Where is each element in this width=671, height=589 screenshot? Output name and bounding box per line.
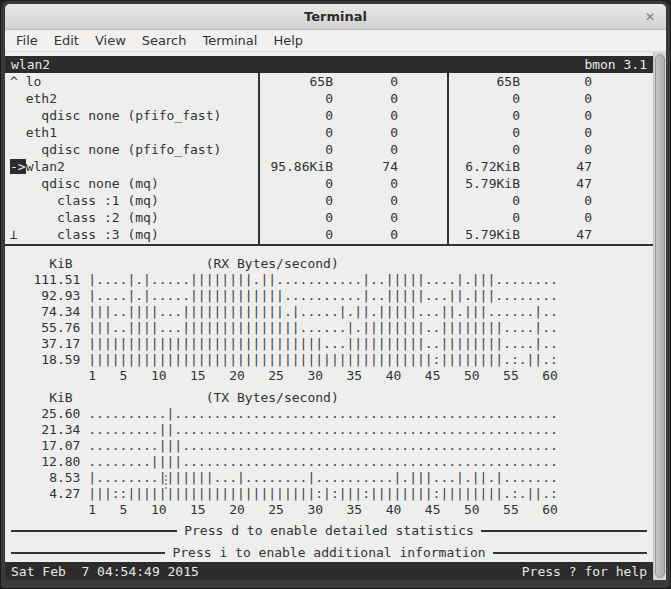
rx-packets-cell: 0	[333, 107, 398, 124]
close-icon[interactable]: ✕	[645, 9, 655, 25]
graph-bars: |....|.|.....||||||||||||..........|..||…	[88, 288, 558, 304]
interface-row: class :1 (mq) 0 0 0 0	[5, 192, 653, 209]
menu-item[interactable]: File	[8, 30, 46, 51]
interface-name: eth1	[10, 124, 253, 141]
graph-y-label: 25.60	[10, 406, 80, 422]
hint-additional-information: Press i to enable additional information	[5, 544, 653, 562]
graph-row: 92.93 |....|.|.....||||||||||||.........…	[5, 288, 653, 304]
tx-rate-cell: 0	[398, 141, 520, 158]
tx-rate-cell: 0	[398, 90, 520, 107]
scrollbar[interactable]	[653, 52, 666, 580]
rx-rate-cell: 0	[253, 192, 333, 209]
graph-y-label: 111.51	[10, 272, 80, 288]
tx-packets-cell: 47	[520, 226, 592, 243]
interface-name: ^ lo	[10, 73, 253, 90]
rx-graph-header: KiB (RX Bytes/second)	[5, 256, 653, 272]
menu-item[interactable]: View	[87, 30, 134, 51]
graph-bars: .........|||............................…	[88, 438, 558, 454]
graph-bars: ||||||||||||||||||||||||||||||||||||||||…	[88, 352, 558, 368]
rx-packets-cell: 0	[333, 226, 398, 243]
menu-bar: File Edit View Search Terminal Help	[5, 30, 666, 52]
interface-row: eth2 0 0 0 0	[5, 90, 653, 107]
graph-y-label: 8.53	[10, 470, 80, 486]
mouse-ibeam-cursor	[165, 475, 167, 489]
graph-y-label: 21.34	[10, 422, 80, 438]
interface-name: eth2	[10, 90, 253, 107]
graph-row: 12.80 ........||||......................…	[5, 454, 653, 470]
menu-item[interactable]: Search	[134, 30, 195, 51]
tx-packets-cell: 0	[520, 192, 592, 209]
interface-row: qdisc none (pfifo_fast) 0 0 0 0	[5, 107, 653, 124]
tx-rate-cell: 65B	[398, 73, 520, 90]
tx-packets-cell: 0	[520, 124, 592, 141]
rx-rate-cell: 65B	[253, 73, 333, 90]
rule-left	[11, 530, 177, 532]
rx-packets-cell: 0	[333, 73, 398, 90]
tx-packets-cell: 47	[520, 158, 592, 175]
tx-rate-cell: 6.72KiB	[398, 158, 520, 175]
rx-rate-cell: 0	[253, 175, 333, 192]
rx-rate-cell: 0	[253, 141, 333, 158]
interface-row: class :2 (mq) 0 0 0 0	[5, 209, 653, 226]
terminal-window: Terminal ✕ File Edit View Search Termina…	[1, 1, 670, 588]
rx-graph: 111.51 |....|.|.....||||||||.||.........…	[5, 272, 653, 368]
interface-table: ^ lo 65B 0 65B 0 eth2 0 0 0 0 qdisc none…	[5, 73, 653, 243]
rx-packets-cell: 0	[333, 90, 398, 107]
interface-name: ⊥ class :3 (mq)	[10, 226, 253, 243]
status-help-hint: Press ? for help	[522, 562, 647, 580]
bmon-selected-interface: wlan2	[11, 56, 50, 73]
window-body: Terminal ✕ File Edit View Search Termina…	[5, 4, 666, 580]
graph-bars: ........||||............................…	[88, 454, 558, 470]
graph-row: 4.27 |||::||||||||||||||||||||||||:|:|||…	[5, 486, 653, 502]
interface-row: ⊥ class :3 (mq) 0 0 5.79KiB 47	[5, 226, 653, 243]
rx-rate-cell: 0	[253, 90, 333, 107]
graph-bars: ..........|.............................…	[88, 406, 558, 422]
tx-packets-cell: 0	[520, 73, 592, 90]
rx-rate-cell: 0	[253, 226, 333, 243]
rx-packets-cell: 0	[333, 141, 398, 158]
graph-y-label: 92.93	[10, 288, 80, 304]
hint-detailed-statistics: Press d to enable detailed statistics	[5, 522, 653, 540]
tx-rate-cell: 5.79KiB	[398, 226, 520, 243]
graph-y-label: 18.59	[10, 352, 80, 368]
graph-bars: |||..||||...|||||||||||||.|.....|.||.|||…	[88, 304, 558, 320]
graph-bars: |........|||||||...|........|..........|…	[88, 470, 558, 486]
tx-packets-cell: 0	[520, 107, 592, 124]
menu-item[interactable]: Edit	[46, 30, 87, 51]
graph-bars: .........||.............................…	[88, 422, 558, 438]
window-titlebar[interactable]: Terminal ✕	[5, 4, 666, 30]
spacer	[5, 246, 653, 256]
interface-name: qdisc none (pfifo_fast)	[10, 141, 253, 158]
menu-item[interactable]: Help	[265, 30, 311, 51]
graph-bars: |....|.|.....||||||||.||...........|..||…	[88, 272, 558, 288]
graph-y-label: 17.07	[10, 438, 80, 454]
terminal-screen[interactable]: wlan2 bmon 3.1 ^ lo 65B 0 65B 0 eth2 0 0…	[5, 52, 653, 580]
tx-packets-cell: 0	[520, 141, 592, 158]
hint-text: Press i to enable additional information	[165, 544, 492, 562]
scrollbar-thumb[interactable]	[655, 54, 665, 578]
terminal-wrap: wlan2 bmon 3.1 ^ lo 65B 0 65B 0 eth2 0 0…	[5, 52, 666, 580]
interface-row: eth1 0 0 0 0	[5, 124, 653, 141]
tx-graph-axis: 1 5 10 15 20 25 30 35 40 45 50 55 60	[5, 502, 653, 518]
status-datetime: Sat Feb 7 04:54:49 2015	[11, 562, 199, 580]
graph-row: 55.76 |||..||||...|||||||||||||||......|…	[5, 320, 653, 336]
rule-right	[481, 530, 647, 532]
interface-row: qdisc none (mq) 0 0 5.79KiB 47	[5, 175, 653, 192]
interface-name: class :1 (mq)	[10, 192, 253, 209]
tx-rate-cell: 0	[398, 192, 520, 209]
interface-row: ^ lo 65B 0 65B 0	[5, 73, 653, 90]
tx-rate-cell: 5.79KiB	[398, 175, 520, 192]
rx-rate-cell: 0	[253, 107, 333, 124]
rx-rate-cell: 95.86KiB	[253, 158, 333, 175]
rx-packets-cell: 0	[333, 209, 398, 226]
interface-name: qdisc none (pfifo_fast)	[10, 107, 253, 124]
rule-left	[11, 552, 165, 554]
graph-y-label: 55.76	[10, 320, 80, 336]
graph-row: 74.34 |||..||||...|||||||||||||.|.....|.…	[5, 304, 653, 320]
graph-row: 37.17 ||||||||||||||||||||||||||||||...|…	[5, 336, 653, 352]
bmon-statusbar: Sat Feb 7 04:54:49 2015 Press ? for help	[5, 562, 653, 580]
menu-item[interactable]: Terminal	[194, 30, 265, 51]
graph-row: 8.53 |........|||||||...|........|......…	[5, 470, 653, 486]
graph-bars: |||::||||||||||||||||||||||||:|:|||:||||…	[88, 486, 558, 502]
rx-graph-axis: 1 5 10 15 20 25 30 35 40 45 50 55 60	[5, 368, 653, 384]
